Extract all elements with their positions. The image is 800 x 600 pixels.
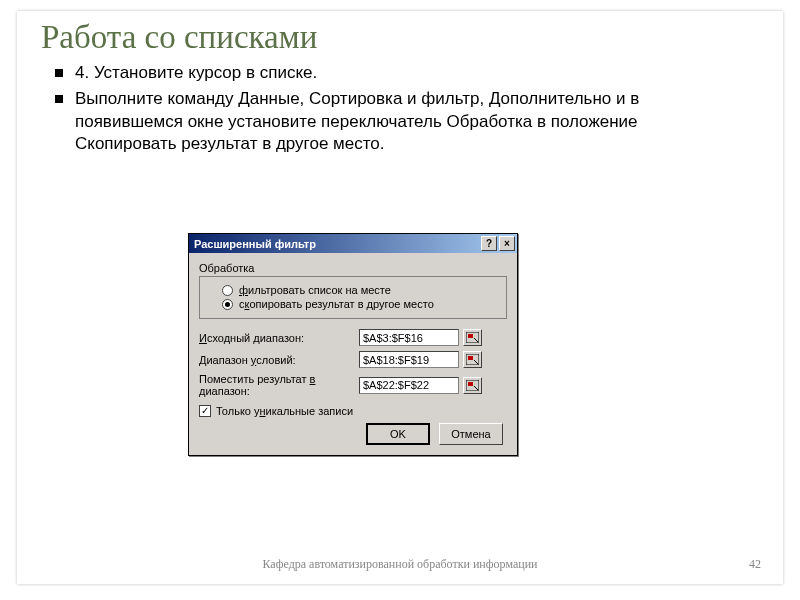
help-button[interactable]: ?	[481, 236, 497, 251]
slide-title: Работа со списками	[17, 11, 783, 56]
row-source-range: Исходный диапазон:	[199, 329, 507, 346]
slide: Работа со списками 4. Установите курсор …	[17, 11, 783, 584]
criteria-range-input[interactable]	[359, 351, 459, 368]
range-picker-icon	[466, 354, 479, 365]
field-label: Поместить результат в диапазон:	[199, 373, 359, 397]
radio-filter-in-place[interactable]: фильтровать список на месте	[222, 284, 500, 296]
radio-icon	[222, 285, 233, 296]
range-picker-icon	[466, 332, 479, 343]
checkbox-icon: ✓	[199, 405, 211, 417]
group-label: Обработка	[199, 262, 507, 274]
range-picker-icon	[466, 380, 479, 391]
dialog-body: Обработка фильтровать список на месте ск…	[189, 253, 517, 455]
copy-to-range-input[interactable]	[359, 377, 459, 394]
slide-footer: Кафедра автоматизированной обработки инф…	[17, 557, 783, 572]
help-icon: ?	[486, 238, 492, 249]
page-number: 42	[749, 557, 761, 572]
range-picker-button[interactable]	[463, 351, 482, 368]
bullet-text: 4. Установите курсор в списке.	[75, 62, 317, 84]
field-label: Исходный диапазон:	[199, 332, 359, 344]
button-row: OK Отмена	[199, 417, 507, 445]
close-button[interactable]: ×	[499, 236, 515, 251]
bullet-marker	[55, 95, 63, 103]
range-picker-button[interactable]	[463, 377, 482, 394]
row-criteria-range: Диапазон условий:	[199, 351, 507, 368]
cancel-button[interactable]: Отмена	[439, 423, 503, 445]
advanced-filter-dialog: Расширенный фильтр ? × Обработка фильтро…	[188, 233, 518, 456]
checkbox-label: Только уникальные записи	[216, 405, 353, 417]
bullet-marker	[55, 69, 63, 77]
svg-rect-1	[468, 334, 473, 338]
source-range-input[interactable]	[359, 329, 459, 346]
bullet-list: 4. Установите курсор в списке. Выполните…	[55, 62, 783, 156]
svg-rect-3	[468, 356, 473, 360]
row-copy-to-range: Поместить результат в диапазон:	[199, 373, 507, 397]
radio-label: скопировать результат в другое место	[239, 298, 434, 310]
close-icon: ×	[504, 238, 510, 249]
bullet-item: Выполните команду Данные, Сортировка и ф…	[55, 88, 783, 155]
range-picker-button[interactable]	[463, 329, 482, 346]
ok-button[interactable]: OK	[366, 423, 430, 445]
dialog-title: Расширенный фильтр	[194, 238, 479, 250]
radio-copy-elsewhere[interactable]: скопировать результат в другое место	[222, 298, 500, 310]
field-label: Диапазон условий:	[199, 354, 359, 366]
bullet-text: Выполните команду Данные, Сортировка и ф…	[75, 88, 695, 155]
processing-group: фильтровать список на месте скопировать …	[199, 276, 507, 319]
bullet-item: 4. Установите курсор в списке.	[55, 62, 783, 84]
radio-icon	[222, 299, 233, 310]
dialog-titlebar[interactable]: Расширенный фильтр ? ×	[189, 234, 517, 253]
svg-rect-5	[468, 382, 473, 386]
unique-records-checkbox[interactable]: ✓ Только уникальные записи	[199, 405, 507, 417]
radio-label: фильтровать список на месте	[239, 284, 391, 296]
